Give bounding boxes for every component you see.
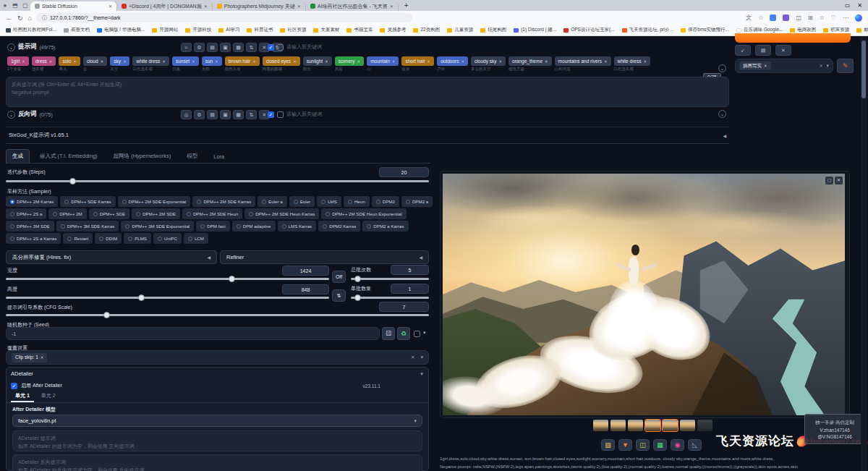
tag-chip[interactable]: outdoors✕ <box>437 56 468 66</box>
swap-icon[interactable]: ⇅ <box>246 110 257 119</box>
collapse-prompt-icon[interactable]: ⌄ <box>7 43 15 51</box>
refiner-accordion[interactable]: Refiner◀ <box>220 250 429 264</box>
save-button[interactable]: ▼ <box>618 439 632 451</box>
sampler-option[interactable]: DPM++ 2M Karras <box>6 196 58 207</box>
slider-thumb[interactable] <box>69 178 76 184</box>
slider-thumb[interactable] <box>103 312 110 318</box>
aspect-off-button[interactable]: Off <box>332 271 346 283</box>
prompt-tag[interactable]: white dress✕白色连衣裙 <box>132 56 169 72</box>
steps-value[interactable]: 20 <box>379 167 429 177</box>
close-window-icon[interactable]: ✕ <box>857 2 862 9</box>
tab-actions-icon[interactable]: ▢ <box>20 2 30 9</box>
sampler-option[interactable]: LCM <box>184 233 208 244</box>
sampler-option[interactable]: DDIM <box>95 233 122 244</box>
width-value[interactable]: 1424 <box>282 266 329 276</box>
bookmark-item[interactable]: 结尾构图 <box>480 27 506 33</box>
prompt-tag[interactable]: closed eyes✕闭着的眼睛 <box>263 56 300 72</box>
height-slider[interactable] <box>6 297 329 299</box>
tab-close-icon[interactable]: ✕ <box>297 4 301 9</box>
prompt-tag[interactable]: sun✕太阳 <box>202 56 222 72</box>
slider-thumb[interactable] <box>229 276 235 282</box>
favorite-star-icon[interactable]: ☆ <box>758 14 763 21</box>
gear-icon[interactable]: ⚙ <box>194 43 205 52</box>
remove-tag-icon[interactable]: ✕ <box>498 59 502 64</box>
tag-chip[interactable]: sunset✕ <box>172 56 199 66</box>
sampler-option[interactable]: DPM++ SDE <box>89 208 129 219</box>
override-dropdown-icon[interactable]: ▾ <box>420 354 423 362</box>
close-image-icon[interactable]: ✕ <box>835 177 843 184</box>
collections-icon[interactable]: ⊞ <box>808 14 813 21</box>
enable-adetailer-checkbox[interactable]: ✓ <box>11 383 17 389</box>
seed-input[interactable]: -1 <box>6 327 380 340</box>
adetailer-prompt-textarea[interactable]: ADetailer 提示词 如果 ADetailer 的提示词为空，则会使用 正… <box>12 430 422 451</box>
wand-icon[interactable]: ◎ <box>181 110 192 119</box>
style-chip[interactable]: 插画写实✕ <box>739 61 771 70</box>
browser-tab[interactable]: +Discord | 4周年 | DONGMAN频✕ <box>117 1 213 11</box>
prompt-tag[interactable]: mountains and rivers✕山和河流 <box>555 56 611 72</box>
prompt-tag[interactable]: outdoors✕户外 <box>437 56 468 72</box>
bookmark-item[interactable]: 电脑版 / 华强电脑... <box>97 27 145 33</box>
sampler-option[interactable]: DPM fast <box>196 221 229 232</box>
home-icon[interactable]: ⌂ <box>28 14 32 22</box>
reuse-seed-button[interactable]: ♻ <box>397 327 410 340</box>
remove-tag-icon[interactable]: ✕ <box>293 59 297 64</box>
sampler-option[interactable]: DPM++ 3M SDE Exponential <box>121 221 194 232</box>
tab-lora[interactable]: Lora <box>208 150 230 163</box>
bookmark-item[interactable]: (1) Discord | 频... <box>514 27 556 33</box>
tab--[interactable]: 模型 <box>181 150 203 163</box>
more-menu-icon[interactable]: ⋯ <box>843 14 848 21</box>
expand-tags-icon[interactable]: ⌄ <box>718 64 726 72</box>
sampler-option[interactable]: DPM++ 2M SDE Heun Karras <box>244 208 319 219</box>
sampler-option[interactable]: LMS <box>317 196 341 207</box>
prompt-tag[interactable]: 1girl✕1个女孩 <box>7 56 29 72</box>
cfg-value[interactable]: 7 <box>379 302 429 312</box>
clear-styles-icon[interactable]: ✕ <box>819 63 822 69</box>
paste-generation-params-button[interactable]: ↙ <box>735 45 751 56</box>
batch-count-value[interactable]: 5 <box>391 265 429 275</box>
steps-slider[interactable] <box>6 180 429 182</box>
bookmark-item[interactable]: 科普证书 <box>247 27 273 33</box>
tag-chip[interactable]: sun✕ <box>202 56 222 66</box>
prompt-tag[interactable]: orange_theme✕橙色主题 <box>509 56 552 72</box>
remove-chip-icon[interactable]: ✕ <box>41 355 44 360</box>
browser-tab[interactable]: Stable Diffusion✕ <box>30 1 117 11</box>
bookmark-item[interactable]: 文案素材 <box>313 27 339 33</box>
prompt-tag[interactable]: sky✕天空 <box>110 56 129 72</box>
sampler-option[interactable]: DPM++ 2M <box>48 208 86 219</box>
slider-thumb[interactable] <box>354 276 361 282</box>
tag-chip[interactable]: scenery✕ <box>335 56 364 66</box>
clear-override-icon[interactable]: ✕ <box>411 354 414 361</box>
gallery-thumbnail[interactable] <box>610 420 626 431</box>
swap-dimensions-button[interactable]: ⇅ <box>332 289 346 302</box>
translate-icon[interactable]: 文 <box>746 14 752 22</box>
random-seed-dice-button[interactable]: ⚄ <box>382 327 395 340</box>
tab-close-icon[interactable]: ✕ <box>390 4 393 9</box>
prompt-tag[interactable]: sunset✕日落 <box>172 56 199 72</box>
remove-tag-icon[interactable]: ✕ <box>215 59 218 64</box>
bookmark-item[interactable]: 标准资库 <box>856 27 868 33</box>
expand-negative-icon[interactable]: ⌄ <box>718 110 726 118</box>
gallery-thumbnail[interactable] <box>680 420 695 431</box>
clear-prompt-button[interactable]: ✕ <box>775 45 791 56</box>
generate-button[interactable] <box>735 33 851 43</box>
expand-image-icon[interactable]: ▢ <box>825 177 833 184</box>
back-icon[interactable]: ← <box>6 14 12 22</box>
bookmark-item[interactable]: 开源科技 <box>185 27 211 33</box>
translate-checkbox[interactable]: ✓ <box>268 111 274 118</box>
sampler-option[interactable]: DPM++ 2M SDE Heun Exponential <box>321 208 406 219</box>
tag-chip[interactable]: closed eyes✕ <box>263 56 300 66</box>
prompt-tag[interactable]: short hair✕短发 <box>401 56 434 72</box>
sixgod-accordion[interactable]: SixGod_K提示词 v1.65.1 ◀ <box>6 127 729 144</box>
cfg-slider[interactable] <box>6 314 429 316</box>
prompt-tag[interactable]: cloud✕云 <box>83 56 107 72</box>
bookmark-item[interactable]: 积灰资源 <box>823 27 849 33</box>
sampler-option[interactable]: Heun <box>344 196 370 207</box>
slider-thumb[interactable] <box>354 294 361 301</box>
tag-chip[interactable]: mountain✕ <box>367 56 399 66</box>
sampler-option[interactable]: Euler <box>289 196 315 207</box>
bookmark-item[interactable]: OPS设计论坛玉家(... <box>563 27 614 33</box>
sampler-option[interactable]: DPM++ 2S a <box>6 208 46 219</box>
sampler-option[interactable]: DPM++ 2S a Karras <box>6 233 61 244</box>
remove-style-icon[interactable]: ✕ <box>764 63 767 69</box>
tab--hypernetworks-[interactable]: 超网络 (Hypernetworks) <box>108 150 177 163</box>
